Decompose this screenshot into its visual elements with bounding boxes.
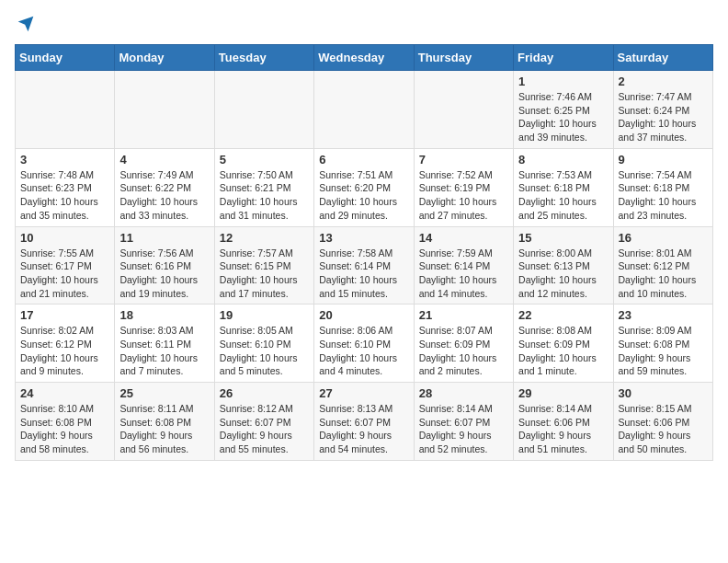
day-number: 2 [619, 75, 708, 88]
calendar-day-header: Tuesday [214, 45, 313, 71]
day-number: 28 [419, 386, 508, 400]
calendar-cell: 11Sunrise: 7:56 AM Sunset: 6:16 PM Dayli… [115, 226, 214, 304]
day-info: Sunrise: 7:50 AM Sunset: 6:21 PM Dayligh… [220, 168, 309, 223]
day-number: 29 [518, 386, 608, 400]
calendar-cell: 19Sunrise: 8:05 AM Sunset: 6:10 PM Dayli… [214, 304, 313, 383]
calendar-day-header: Wednesday [314, 45, 414, 71]
day-info: Sunrise: 7:47 AM Sunset: 6:24 PM Dayligh… [619, 90, 708, 144]
calendar-cell: 30Sunrise: 8:15 AM Sunset: 6:06 PM Dayli… [613, 383, 712, 461]
day-info: Sunrise: 8:10 AM Sunset: 6:08 PM Dayligh… [20, 402, 109, 456]
calendar-cell: 17Sunrise: 8:02 AM Sunset: 6:12 PM Dayli… [16, 304, 115, 383]
calendar-cell [16, 71, 115, 149]
calendar-cell: 2Sunrise: 7:47 AM Sunset: 6:24 PM Daylig… [613, 71, 712, 149]
calendar-week-row: 3Sunrise: 7:48 AM Sunset: 6:23 PM Daylig… [16, 148, 713, 226]
calendar-cell [314, 71, 414, 149]
day-info: Sunrise: 8:14 AM Sunset: 6:06 PM Dayligh… [518, 402, 608, 456]
day-number: 9 [619, 153, 708, 167]
day-info: Sunrise: 8:15 AM Sunset: 6:06 PM Dayligh… [619, 402, 708, 456]
day-info: Sunrise: 8:09 AM Sunset: 6:08 PM Dayligh… [619, 324, 708, 378]
calendar-cell: 5Sunrise: 7:50 AM Sunset: 6:21 PM Daylig… [214, 148, 313, 226]
calendar-cell: 23Sunrise: 8:09 AM Sunset: 6:08 PM Dayli… [613, 304, 712, 383]
calendar-cell: 3Sunrise: 7:48 AM Sunset: 6:23 PM Daylig… [16, 148, 115, 226]
calendar-cell: 10Sunrise: 7:55 AM Sunset: 6:17 PM Dayli… [16, 226, 115, 304]
day-info: Sunrise: 7:58 AM Sunset: 6:14 PM Dayligh… [319, 247, 408, 301]
day-info: Sunrise: 8:05 AM Sunset: 6:10 PM Dayligh… [220, 324, 309, 378]
calendar-cell [115, 71, 214, 149]
calendar-day-header: Thursday [414, 45, 513, 71]
day-number: 15 [518, 231, 608, 245]
calendar-header-row: SundayMondayTuesdayWednesdayThursdayFrid… [16, 45, 713, 71]
day-number: 12 [220, 231, 309, 245]
calendar-week-row: 24Sunrise: 8:10 AM Sunset: 6:08 PM Dayli… [16, 383, 713, 461]
day-number: 30 [619, 386, 708, 400]
calendar-cell: 25Sunrise: 8:11 AM Sunset: 6:08 PM Dayli… [115, 383, 214, 461]
calendar-cell: 4Sunrise: 7:49 AM Sunset: 6:22 PM Daylig… [115, 148, 214, 226]
day-info: Sunrise: 7:56 AM Sunset: 6:16 PM Dayligh… [119, 247, 209, 301]
calendar-cell [214, 71, 313, 149]
calendar-cell: 22Sunrise: 8:08 AM Sunset: 6:09 PM Dayli… [514, 304, 613, 383]
day-info: Sunrise: 7:46 AM Sunset: 6:25 PM Dayligh… [518, 90, 608, 144]
day-number: 13 [319, 231, 408, 245]
day-info: Sunrise: 8:14 AM Sunset: 6:07 PM Dayligh… [419, 402, 508, 456]
day-info: Sunrise: 7:52 AM Sunset: 6:19 PM Dayligh… [419, 168, 508, 223]
day-info: Sunrise: 7:54 AM Sunset: 6:18 PM Dayligh… [619, 168, 708, 223]
day-number: 17 [20, 308, 109, 322]
calendar-table: SundayMondayTuesdayWednesdayThursdayFrid… [15, 44, 713, 461]
day-info: Sunrise: 7:48 AM Sunset: 6:23 PM Dayligh… [20, 168, 109, 223]
day-info: Sunrise: 8:11 AM Sunset: 6:08 PM Dayligh… [119, 402, 209, 456]
day-info: Sunrise: 7:59 AM Sunset: 6:14 PM Dayligh… [419, 247, 508, 301]
day-number: 14 [419, 231, 508, 245]
day-info: Sunrise: 8:07 AM Sunset: 6:09 PM Dayligh… [419, 324, 508, 378]
calendar-day-header: Saturday [613, 45, 712, 71]
day-number: 3 [20, 153, 109, 167]
day-info: Sunrise: 7:51 AM Sunset: 6:20 PM Dayligh… [319, 168, 408, 223]
calendar-cell: 29Sunrise: 8:14 AM Sunset: 6:06 PM Dayli… [514, 383, 613, 461]
calendar-cell: 21Sunrise: 8:07 AM Sunset: 6:09 PM Dayli… [414, 304, 513, 383]
day-number: 8 [518, 153, 608, 167]
day-info: Sunrise: 8:02 AM Sunset: 6:12 PM Dayligh… [20, 324, 109, 378]
calendar-cell: 16Sunrise: 8:01 AM Sunset: 6:12 PM Dayli… [613, 226, 712, 304]
calendar-cell: 27Sunrise: 8:13 AM Sunset: 6:07 PM Dayli… [314, 383, 414, 461]
day-number: 1 [518, 75, 608, 88]
day-number: 6 [319, 153, 408, 167]
calendar-cell: 28Sunrise: 8:14 AM Sunset: 6:07 PM Dayli… [414, 383, 513, 461]
day-info: Sunrise: 7:53 AM Sunset: 6:18 PM Dayligh… [518, 168, 608, 223]
day-number: 19 [220, 308, 309, 322]
calendar-cell: 26Sunrise: 8:12 AM Sunset: 6:07 PM Dayli… [214, 383, 313, 461]
calendar-week-row: 10Sunrise: 7:55 AM Sunset: 6:17 PM Dayli… [16, 226, 713, 304]
calendar-cell: 14Sunrise: 7:59 AM Sunset: 6:14 PM Dayli… [414, 226, 513, 304]
day-info: Sunrise: 7:57 AM Sunset: 6:15 PM Dayligh… [220, 247, 309, 301]
calendar-day-header: Monday [115, 45, 214, 71]
logo [15, 15, 35, 33]
calendar-cell: 1Sunrise: 7:46 AM Sunset: 6:25 PM Daylig… [514, 71, 613, 149]
day-number: 26 [220, 386, 309, 400]
calendar-week-row: 1Sunrise: 7:46 AM Sunset: 6:25 PM Daylig… [16, 71, 713, 149]
calendar-cell: 24Sunrise: 8:10 AM Sunset: 6:08 PM Dayli… [16, 383, 115, 461]
day-number: 22 [518, 308, 608, 322]
day-info: Sunrise: 8:01 AM Sunset: 6:12 PM Dayligh… [619, 247, 708, 301]
day-info: Sunrise: 8:13 AM Sunset: 6:07 PM Dayligh… [319, 402, 408, 456]
calendar-cell: 13Sunrise: 7:58 AM Sunset: 6:14 PM Dayli… [314, 226, 414, 304]
day-info: Sunrise: 7:49 AM Sunset: 6:22 PM Dayligh… [119, 168, 209, 223]
day-info: Sunrise: 8:08 AM Sunset: 6:09 PM Dayligh… [518, 324, 608, 378]
day-number: 5 [220, 153, 309, 167]
calendar-cell: 7Sunrise: 7:52 AM Sunset: 6:19 PM Daylig… [414, 148, 513, 226]
day-number: 16 [619, 231, 708, 245]
calendar-day-header: Sunday [16, 45, 115, 71]
calendar-day-header: Friday [514, 45, 613, 71]
page-header [15, 15, 713, 33]
day-number: 25 [119, 386, 209, 400]
day-info: Sunrise: 8:00 AM Sunset: 6:13 PM Dayligh… [518, 247, 608, 301]
day-number: 20 [319, 308, 408, 322]
calendar-cell: 18Sunrise: 8:03 AM Sunset: 6:11 PM Dayli… [115, 304, 214, 383]
calendar-cell [414, 71, 513, 149]
day-number: 18 [119, 308, 209, 322]
calendar-cell: 8Sunrise: 7:53 AM Sunset: 6:18 PM Daylig… [514, 148, 613, 226]
calendar-cell: 20Sunrise: 8:06 AM Sunset: 6:10 PM Dayli… [314, 304, 414, 383]
calendar-week-row: 17Sunrise: 8:02 AM Sunset: 6:12 PM Dayli… [16, 304, 713, 383]
day-info: Sunrise: 8:12 AM Sunset: 6:07 PM Dayligh… [220, 402, 309, 456]
day-number: 7 [419, 153, 508, 167]
day-number: 4 [119, 153, 209, 167]
logo-bird-icon [17, 15, 35, 33]
day-number: 24 [20, 386, 109, 400]
